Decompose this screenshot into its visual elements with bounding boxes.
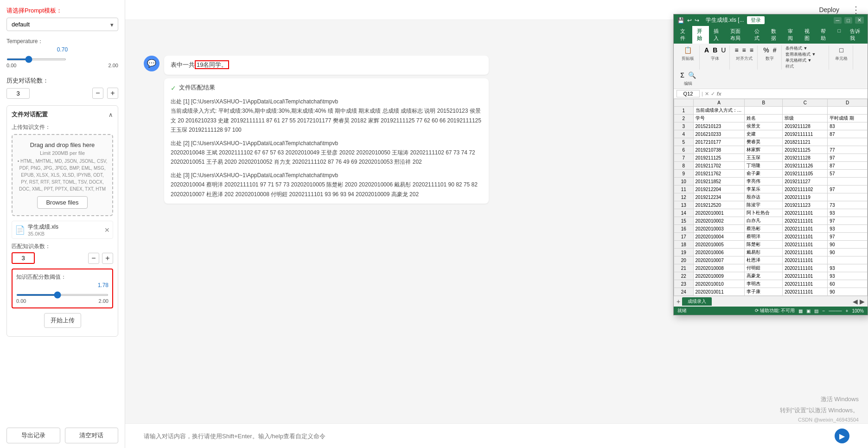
excel-tab-help[interactable]: 帮助 [816,26,833,44]
cell-d[interactable]: 93 [828,272,868,280]
cell-c[interactable]: 2018211121 [783,138,828,146]
cell-a[interactable]: 2019212520 [693,201,745,209]
cell-b[interactable]: 蔡明洋 [745,233,783,241]
formula-input[interactable] [723,91,865,96]
cell-d[interactable]: 90 [828,288,868,296]
excel-tab-home[interactable]: 开始 [692,26,709,44]
table-row[interactable]: 22 20202010009 高豪龙 20202111101 93 [674,272,868,280]
cell-b[interactable]: 阿卜杜热合 [745,209,783,217]
table-row[interactable]: 13 2019212520 陈浚宇 2019211123 73 [674,201,868,209]
cell-c[interactable]: 20202111101 [783,249,828,256]
cell-a[interactable]: 2016210233 [693,130,745,138]
excel-login-btn[interactable]: 登录 [747,16,765,24]
table-row[interactable]: 12 2019212234 殷亦达 2020211119 [674,193,868,201]
history-decrement-btn[interactable]: − [92,88,103,99]
cell-c[interactable]: 20202111101 [783,233,828,241]
cell-b[interactable]: 陈浚宇 [745,201,783,209]
cell-b[interactable]: 白亦凡 [745,217,783,225]
number-icon[interactable]: # [772,45,778,55]
table-row[interactable]: 2 学号 姓名 班级 平时成绩 期 [674,115,868,122]
table-row[interactable]: 16 20202010003 蔡浩彬 20202111101 93 [674,225,868,233]
cell-b[interactable]: 王玉琛 [745,154,783,162]
table-row[interactable]: 7 2019211125 王玉琛 2019211128 97 [674,154,868,162]
excel-tab-view[interactable]: 视图 [800,26,817,44]
cell-d[interactable]: 93 [828,209,868,217]
cell-b[interactable]: 侯景文 [745,122,783,130]
chevron-up-icon[interactable]: ∧ [108,111,113,118]
conditional-format-btn[interactable]: 条件格式 ▼ [785,45,807,51]
excel-tab-formula[interactable]: 公式 [750,26,766,44]
table-row[interactable]: 11 2019212204 李某乐 20202111102 97 [674,186,868,193]
excel-tab-box[interactable]: □ [833,26,845,44]
excel-undo-icon[interactable]: ↩ [687,17,692,24]
align-center-icon[interactable]: ≡ [741,45,747,55]
zoom-out-icon[interactable]: − [822,308,825,314]
cell-a[interactable]: 2019211852 [693,178,745,186]
cell-c[interactable]: 20202111101 [783,241,828,249]
cell-d[interactable]: 87 [828,162,868,170]
cell-a[interactable]: 20202010004 [693,233,745,241]
excel-tab-file[interactable]: 文件 [676,26,692,44]
sheet-tab-grades[interactable]: 成绩录入 [682,297,712,306]
font-icon[interactable]: A [703,45,710,55]
cell-b[interactable]: 林家辉 [745,146,783,154]
cell-c[interactable]: 20202111101 [783,225,828,233]
bold-icon[interactable]: B [712,45,718,55]
cell-a[interactable]: 20202010011 [693,288,745,296]
history-increment-btn[interactable]: + [107,88,118,99]
table-row[interactable]: 5 2017210177 樊睿昊 2018211121 [674,138,868,146]
table-row[interactable]: 17 20202010004 蔡明洋 20202111101 97 [674,233,868,241]
cell-d[interactable]: 57 [828,170,868,178]
cell-c[interactable]: 2019211125 [783,146,828,154]
cell-b[interactable]: 丁培隆 [745,162,783,170]
cell-a[interactable]: 2015210123 [693,122,745,130]
cell-c[interactable]: 20192111105 [783,170,828,178]
cell-b[interactable]: 李明杰 [745,280,783,288]
cell-b[interactable]: 樊睿昊 [745,138,783,146]
cell-d[interactable] [828,178,868,186]
browse-files-button[interactable]: Browse files [37,196,87,209]
cell-a[interactable]: 20202010009 [693,272,745,280]
table-row[interactable]: 24 20202010011 李子康 20202111101 90 [674,288,868,296]
dropzone[interactable]: Drag and drop files here Limit 200MB per… [12,134,113,216]
cell-c[interactable]: 20202111101 [783,288,828,296]
col-header-a[interactable]: A [693,99,745,107]
cell-c[interactable]: 20202111101 [783,264,828,272]
cell-d[interactable]: 平时成绩 期 [828,115,868,122]
score-slider[interactable] [16,294,108,296]
cell-d[interactable]: 77 [828,146,868,154]
cell-b[interactable]: 李子康 [745,288,783,296]
percent-icon[interactable]: % [762,45,770,55]
table-row[interactable]: 18 20202010005 陈楚彬 20202111101 90 [674,241,868,249]
cell-c[interactable]: 20202111101 [783,272,828,280]
underline-icon[interactable]: U [720,45,727,55]
cell-d[interactable]: 83 [828,122,868,130]
excel-tab-pagelayout[interactable]: 页面布局 [726,26,750,44]
cell-c[interactable]: 2019211128 [783,154,828,162]
view-layout-icon[interactable]: ▣ [806,308,811,314]
cell-c[interactable]: 20202111101 [783,280,828,288]
view-break-icon[interactable]: ▤ [814,308,818,314]
history-input[interactable] [6,88,30,99]
cell-b[interactable]: 李亮伟 [745,178,783,186]
table-row[interactable]: 3 2015210123 侯景文 2019211128 83 [674,122,868,130]
cell-b[interactable]: 史建 [745,130,783,138]
cell-d[interactable]: 97 [828,154,868,162]
clipboard-icon[interactable]: 📋 [683,45,693,55]
sheet-scroll-left-icon[interactable]: ◀ [853,298,858,305]
excel-save-icon[interactable]: 💾 [677,17,684,24]
sheet-scroll-right-icon[interactable]: ▶ [860,298,865,305]
cell-d[interactable]: 60 [828,280,868,288]
align-left-icon[interactable]: ≡ [734,45,739,55]
table-row[interactable]: 15 20202010002 白亦凡 20202111101 97 [674,217,868,225]
cell-a[interactable]: 学号 [693,115,745,122]
cell-c[interactable]: 20202111101 [783,217,828,225]
cell-b[interactable]: 杜恩泽 [745,256,783,264]
cell-c[interactable]: 20202111102 [783,186,828,193]
cell-a[interactable]: 2019211125 [693,154,745,162]
chat-input[interactable] [144,433,830,440]
cell-c[interactable]: 20192111111 [783,130,828,138]
table-row[interactable]: 1 当前成绩录入方式：平时成绩 30% 期中成绩 30% 期末成绩 40% [674,107,868,115]
cell-a[interactable]: 20202010007 [693,256,745,264]
cell-a[interactable]: 20202010008 [693,264,745,272]
